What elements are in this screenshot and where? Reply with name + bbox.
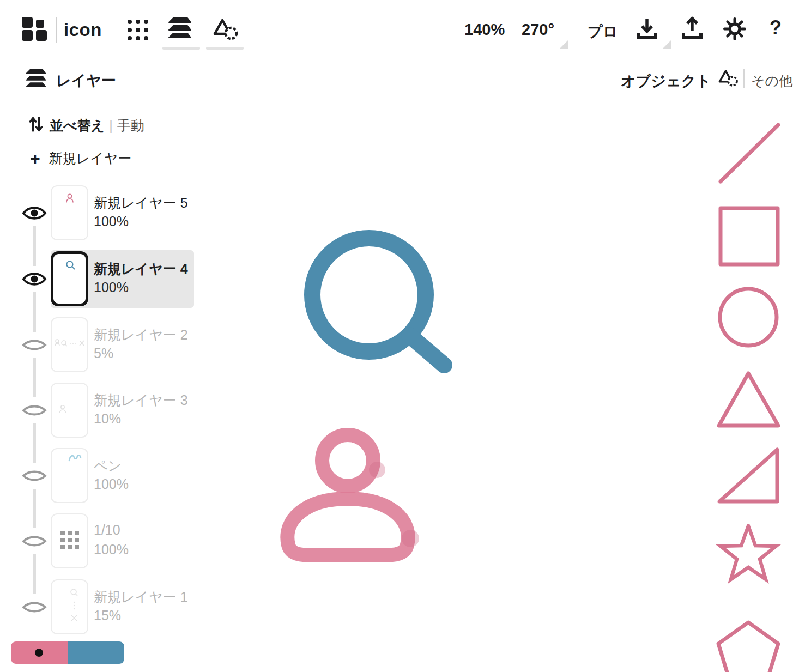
layer-row-pen[interactable]: ペン 100% xyxy=(0,448,207,505)
sort-label: 並べ替え xyxy=(50,117,105,135)
rotation-value[interactable]: 270° xyxy=(522,21,554,39)
layer-opacity: 100% xyxy=(94,280,129,295)
layer-thumbnail[interactable] xyxy=(51,317,88,372)
shapes-tab-icon[interactable] xyxy=(213,17,239,44)
pink-swatch[interactable] xyxy=(11,641,68,664)
layer-opacity: 5% xyxy=(94,346,113,361)
mini-person-icon xyxy=(65,193,75,204)
shape-tool-circle[interactable] xyxy=(718,287,779,350)
plus-icon: + xyxy=(30,150,40,167)
shape-tool-line[interactable] xyxy=(717,120,782,188)
objects-shapes-icon[interactable] xyxy=(718,69,739,90)
layer-row-grid[interactable]: 1/10 100% xyxy=(0,513,207,570)
layer-name: 新規レイヤー 2 xyxy=(94,326,188,344)
sort-arrows-icon xyxy=(29,116,43,135)
layers-tab-icon[interactable] xyxy=(166,17,193,44)
layer-name: ペン xyxy=(94,457,122,475)
layer-row-4-selected[interactable]: 新規レイヤー 4 100% xyxy=(0,251,207,308)
layers-panel-title: レイヤー xyxy=(56,71,116,90)
sort-row[interactable]: 並べ替え | 手動 xyxy=(29,116,144,135)
shape-tool-right-triangle[interactable] xyxy=(716,446,782,508)
layer-opacity: 100% xyxy=(94,476,129,492)
upload-icon[interactable] xyxy=(680,16,704,44)
visibility-eye-closed-icon[interactable] xyxy=(21,332,47,358)
layer-row-2[interactable]: 新規レイヤー 2 5% xyxy=(0,317,207,374)
shapes-tab-underline xyxy=(206,47,244,50)
layer-opacity: 15% xyxy=(94,608,121,623)
canvas-magnifier-artwork[interactable] xyxy=(297,222,461,383)
visibility-eye-open-icon[interactable] xyxy=(21,266,47,292)
visibility-eye-open-icon[interactable] xyxy=(21,200,47,226)
layer-name: 新規レイヤー 3 xyxy=(94,391,188,409)
layer-row-5[interactable]: 新規レイヤー 5 100% xyxy=(0,185,207,242)
app-name: icon xyxy=(64,20,102,40)
blue-swatch[interactable] xyxy=(68,641,124,664)
color-swatch-bar xyxy=(11,641,124,664)
objects-panel-title[interactable]: オブジェクト xyxy=(621,71,711,91)
layer-thumbnail[interactable] xyxy=(51,251,88,306)
zoom-level[interactable]: 140% xyxy=(464,21,505,39)
shape-tool-star[interactable] xyxy=(716,524,781,586)
sort-separator: | xyxy=(105,118,117,134)
grid-squares-icon xyxy=(60,531,79,549)
pro-button[interactable]: プロ xyxy=(588,22,618,41)
selected-color-dot xyxy=(35,649,43,657)
download-dropdown-corner[interactable] xyxy=(663,40,671,49)
faint-icons-row xyxy=(55,338,85,347)
layer-name: 新規レイヤー 5 xyxy=(94,194,188,212)
toolbar-divider xyxy=(56,17,57,43)
layer-thumbnail[interactable] xyxy=(51,448,88,503)
add-layer-button[interactable]: + 新規レイヤー xyxy=(30,149,131,167)
layer-opacity: 100% xyxy=(94,214,129,229)
visibility-eye-closed-icon[interactable] xyxy=(21,594,47,620)
layer-thumbnail[interactable] xyxy=(51,513,88,568)
visibility-eye-closed-icon[interactable] xyxy=(21,397,47,423)
shape-tool-triangle[interactable] xyxy=(716,370,782,432)
objects-header-divider xyxy=(743,69,745,88)
shape-tool-square[interactable] xyxy=(718,206,780,269)
layer-row-3[interactable]: 新規レイヤー 3 10% xyxy=(0,383,207,439)
pen-scribble-icon xyxy=(68,453,82,464)
more-tab[interactable]: その他 xyxy=(751,72,792,90)
mini-magnifier-icon xyxy=(65,260,76,271)
faint-icons-column xyxy=(69,588,79,622)
visibility-eye-closed-icon[interactable] xyxy=(21,528,47,554)
help-button[interactable]: ? xyxy=(770,16,782,39)
layer-row-1[interactable]: 新規レイヤー 1 15% xyxy=(0,579,207,636)
add-layer-label: 新規レイヤー xyxy=(49,149,132,167)
app-logo-icon[interactable] xyxy=(22,15,47,44)
layer-opacity: 10% xyxy=(94,411,121,427)
canvas-person-artwork[interactable] xyxy=(270,421,433,576)
gear-icon[interactable] xyxy=(723,17,746,43)
layers-tab-underline xyxy=(162,47,200,50)
layer-thumbnail[interactable] xyxy=(51,383,88,438)
download-icon[interactable] xyxy=(635,16,659,44)
layers-panel-icon xyxy=(24,69,48,93)
visibility-eye-closed-icon[interactable] xyxy=(21,463,47,489)
zoom-dropdown-corner[interactable] xyxy=(560,40,568,49)
layer-name: 新規レイヤー 4 xyxy=(94,260,188,278)
layer-thumbnail[interactable] xyxy=(51,185,88,240)
layer-thumbnail[interactable] xyxy=(51,579,88,634)
sort-mode-value[interactable]: 手動 xyxy=(117,117,144,135)
layer-name: 新規レイヤー 1 xyxy=(94,588,188,606)
grid-dots-icon[interactable] xyxy=(126,19,149,44)
layer-name: 1/10 xyxy=(94,522,120,538)
faint-person-icon xyxy=(58,404,67,414)
shape-tool-pentagon[interactable] xyxy=(714,620,783,672)
layer-opacity: 100% xyxy=(94,542,129,558)
